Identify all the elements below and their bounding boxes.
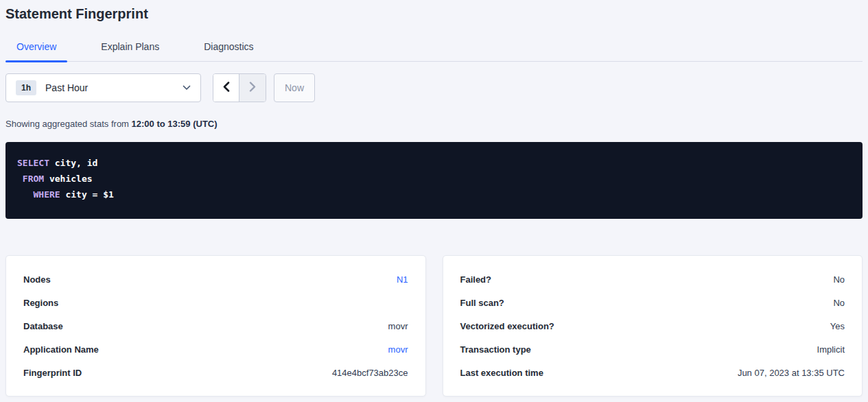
tab-bar: Overview Explain Plans Diagnostics — [5, 40, 863, 62]
tab-overview[interactable]: Overview — [5, 40, 67, 61]
now-button[interactable]: Now — [274, 73, 315, 102]
chevron-down-icon — [183, 85, 191, 91]
nodes-link[interactable]: N1 — [397, 274, 408, 285]
row-value: 414e4bcf73ab23ce — [332, 368, 408, 378]
execution-attributes-card: Failed? No Full scan? No Vectorized exec… — [443, 255, 863, 397]
statement-fingerprint-page: Statement Fingerprint Overview Explain P… — [0, 7, 868, 397]
row-full-scan: Full scan? No — [460, 291, 845, 314]
page-title: Statement Fingerprint — [5, 7, 863, 21]
application-name-link[interactable]: movr — [388, 344, 408, 355]
interval-badge: 1h — [16, 80, 36, 95]
row-value: Implicit — [817, 344, 845, 355]
interval-label: Past Hour — [45, 82, 88, 93]
row-value: No — [833, 298, 845, 308]
row-database: Database movr — [23, 314, 408, 338]
row-label: Vectorized execution? — [460, 321, 554, 331]
row-label: Application Name — [23, 344, 99, 355]
stats-caption-prefix: Showing aggregated stats from — [5, 119, 129, 129]
row-fingerprint-id: Fingerprint ID 414e4bcf73ab23ce — [23, 361, 408, 384]
row-value: movr — [388, 321, 408, 331]
row-application-name: Application Name movr — [23, 338, 408, 361]
sql-statement-box: SELECT city, id FROM vehicles WHERE city… — [5, 142, 863, 219]
time-interval-dropdown[interactable]: 1h Past Hour — [5, 73, 201, 102]
row-nodes: Nodes N1 — [23, 268, 408, 291]
row-label: Regions — [23, 298, 58, 308]
row-label: Failed? — [460, 274, 492, 285]
row-value: Yes — [830, 321, 845, 331]
row-last-execution-time: Last execution time Jun 07, 2023 at 13:3… — [460, 361, 845, 384]
row-value: No — [833, 274, 845, 285]
row-label: Transaction type — [460, 344, 531, 355]
chevron-right-icon — [249, 82, 256, 94]
row-label: Nodes — [23, 274, 51, 285]
previous-timeframe-button[interactable] — [213, 74, 239, 102]
chevron-left-icon — [223, 82, 230, 94]
row-transaction-type: Transaction type Implicit — [460, 338, 845, 361]
statement-details-card: Nodes N1 Regions Database movr Applicati… — [5, 255, 426, 397]
next-timeframe-button[interactable] — [239, 74, 266, 102]
sql-line: WHERE city = $1 — [17, 187, 851, 202]
tab-diagnostics[interactable]: Diagnostics — [193, 40, 264, 61]
row-value: Jun 07, 2023 at 13:35 UTC — [738, 368, 845, 378]
row-failed: Failed? No — [460, 268, 845, 291]
sql-statement-text: SELECT city, id FROM vehicles WHERE city… — [17, 155, 851, 202]
time-controls: 1h Past Hour Now — [5, 73, 863, 102]
row-label: Fingerprint ID — [23, 368, 82, 378]
sql-line: SELECT city, id — [17, 155, 851, 171]
row-label: Full scan? — [460, 298, 504, 308]
time-pagination — [213, 73, 266, 102]
aggregated-stats-caption: Showing aggregated stats from 12:00 to 1… — [5, 119, 863, 129]
tab-explain-plans[interactable]: Explain Plans — [90, 40, 170, 61]
sql-line: FROM vehicles — [17, 171, 851, 187]
row-label: Last execution time — [460, 368, 543, 378]
row-vectorized-execution: Vectorized execution? Yes — [460, 314, 845, 338]
stats-caption-range: 12:00 to 13:59 (UTC) — [132, 119, 218, 129]
row-label: Database — [23, 321, 63, 331]
row-regions: Regions — [23, 291, 408, 314]
summary-cards: Nodes N1 Regions Database movr Applicati… — [5, 255, 863, 397]
